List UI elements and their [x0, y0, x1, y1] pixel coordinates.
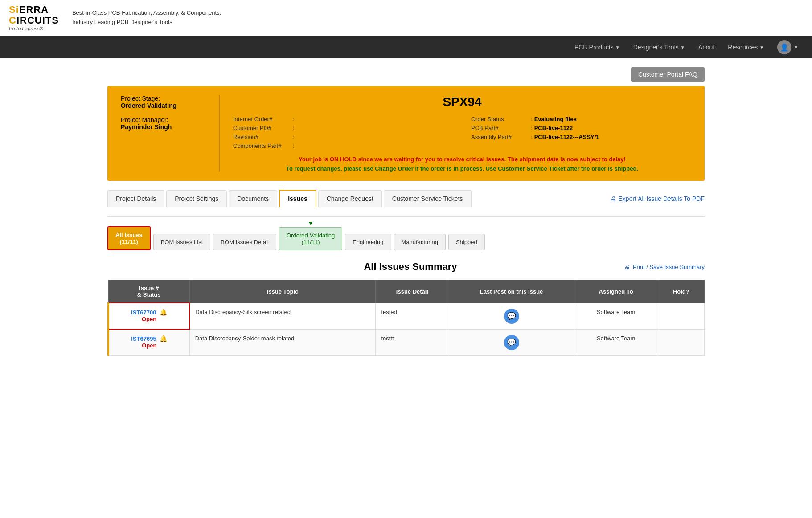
- issue-id-cell-1: IST67700 🔔 Open: [108, 303, 189, 329]
- field-components-part: Components Part# :: [233, 143, 453, 149]
- nav-resources[interactable]: Resources ▼: [728, 44, 764, 51]
- nav-bar: PCB Products ▼ Designer's Tools ▼ About …: [0, 36, 812, 58]
- chevron-down-icon: ▼: [681, 45, 685, 50]
- project-banner: Project Stage: Ordered-Validating Projec…: [107, 86, 705, 181]
- sub-tab-manufacturing[interactable]: Manufacturing: [394, 234, 446, 250]
- field-customer-po: Customer PO# :: [233, 125, 453, 131]
- printer-icon: 🖨: [624, 264, 630, 270]
- chevron-down-icon: ▼: [759, 45, 764, 50]
- issue-status-1: Open: [115, 316, 184, 322]
- last-post-1: 💬: [449, 303, 574, 329]
- nav-pcb-products[interactable]: PCB Products ▼: [574, 44, 620, 51]
- last-post-2: 💬: [449, 329, 574, 355]
- sub-tab-bom-issues-detail[interactable]: BOM Issues Detail: [213, 234, 276, 250]
- tab-customer-service-tickets[interactable]: Customer Service Tickets: [384, 190, 472, 207]
- issue-id-cell-2: IST67695 🔔 Open: [108, 329, 189, 355]
- issue-detail-1: tested: [376, 303, 449, 329]
- issue-topic-2: Data Discrepancy-Solder mask related: [189, 329, 376, 355]
- issue-status-2: Open: [115, 342, 184, 349]
- banner-left: Project Stage: Ordered-Validating Projec…: [121, 95, 219, 131]
- tab-issues[interactable]: Issues: [279, 190, 316, 208]
- col-issue-topic: Issue Topic: [189, 280, 376, 303]
- top-header: SiERRACIRCUITS Proto Express® Best-in-Cl…: [0, 0, 812, 36]
- tagline: Best-in-Class PCB Fabrication, Assembly,…: [72, 8, 221, 27]
- col-issue-detail: Issue Detail: [376, 280, 449, 303]
- banner-fields: Internet Order# : Order Status : Evaluat…: [233, 116, 691, 149]
- section-title: All Issues Summary: [197, 261, 624, 273]
- field-order-status: Order Status : Evaluating files: [471, 116, 691, 122]
- sub-tab-engineering[interactable]: Engineering: [345, 234, 391, 250]
- user-avatar[interactable]: 👤: [777, 40, 791, 54]
- sub-tab-shipped[interactable]: Shipped: [448, 234, 485, 250]
- field-internet-order: Internet Order# :: [233, 116, 453, 122]
- main-tabs-container: Project Details Project Settings Documen…: [107, 190, 705, 216]
- main-content: Customer Portal FAQ Project Stage: Order…: [94, 58, 718, 365]
- printer-icon: 🖨: [610, 195, 616, 202]
- alert-change: To request changes, please use Change Or…: [233, 165, 691, 172]
- tab-documents[interactable]: Documents: [229, 190, 277, 207]
- nav-designers-tools[interactable]: Designer's Tools ▼: [633, 44, 685, 51]
- tab-project-details[interactable]: Project Details: [107, 190, 164, 207]
- alert-hold: Your job is ON HOLD since we are waiting…: [233, 156, 691, 163]
- comment-icon-1[interactable]: 💬: [504, 309, 519, 324]
- bell-icon: 🔔: [160, 335, 167, 342]
- faq-button[interactable]: Customer Portal FAQ: [631, 67, 705, 82]
- issue-detail-2: testtt: [376, 329, 449, 355]
- field-pcb-part: PCB Part# : PCB-live-1122: [471, 125, 691, 131]
- hold-2: [658, 329, 704, 355]
- col-hold: Hold?: [658, 280, 704, 303]
- hold-1: [658, 303, 704, 329]
- sub-tabs-row: All Issues (11/11) BOM Issues List BOM I…: [107, 226, 705, 250]
- col-assigned-to: Assigned To: [574, 280, 658, 303]
- comment-icon-2[interactable]: 💬: [504, 335, 519, 350]
- issue-id-link-2[interactable]: IST67695: [131, 335, 156, 342]
- logo-sub: Proto Express®: [9, 26, 59, 31]
- section-title-row: All Issues Summary 🖨 Print / Save Issue …: [107, 261, 705, 273]
- sub-tab-all-issues[interactable]: All Issues (11/11): [107, 226, 151, 250]
- banner-center: SPX94 Internet Order# : Order Status : E…: [219, 95, 691, 172]
- bell-icon: 🔔: [160, 309, 167, 316]
- faq-row: Customer Portal FAQ: [107, 67, 705, 82]
- export-pdf-link[interactable]: 🖨 Export All Issue Details To PDF: [610, 195, 705, 202]
- issue-topic-1: Data Discrepancy-Silk screen related: [189, 303, 376, 329]
- banner-top: Project Stage: Ordered-Validating Projec…: [121, 95, 691, 172]
- tab-project-settings[interactable]: Project Settings: [166, 190, 227, 207]
- table-row: IST67700 🔔 Open Data Discrepancy-Silk sc…: [108, 303, 705, 329]
- assigned-to-1: Software Team: [574, 303, 658, 329]
- banner-alerts: Your job is ON HOLD since we are waiting…: [233, 156, 691, 172]
- issue-id-link-1[interactable]: IST67700: [131, 309, 156, 316]
- col-issue-number: Issue #& Status: [108, 280, 189, 303]
- field-revision: Revision# :: [233, 134, 453, 140]
- assigned-to-2: Software Team: [574, 329, 658, 355]
- sub-tab-ordered-validating[interactable]: Ordered-Validating (11/11): [279, 227, 342, 250]
- col-last-post: Last Post on this Issue: [449, 280, 574, 303]
- field-assembly-part: Assembly Part# : PCB-live-1122---ASSY/1: [471, 134, 691, 140]
- sub-tab-bom-issues-list[interactable]: BOM Issues List: [153, 234, 211, 250]
- issues-table: Issue #& Status Issue Topic Issue Detail…: [107, 280, 705, 356]
- tab-change-request[interactable]: Change Request: [318, 190, 382, 207]
- user-dropdown-arrow[interactable]: ▼: [793, 44, 799, 50]
- chevron-down-icon: ▼: [615, 45, 620, 50]
- main-tabs: Project Details Project Settings Documen…: [107, 190, 705, 208]
- print-save-link[interactable]: 🖨 Print / Save Issue Summary: [624, 264, 705, 270]
- project-title: SPX94: [233, 95, 691, 109]
- table-row: IST67695 🔔 Open Data Discrepancy-Solder …: [108, 329, 705, 355]
- tab-underline: [107, 216, 705, 217]
- nav-about[interactable]: About: [698, 44, 715, 51]
- logo-text: SiERRACIRCUITS: [9, 4, 59, 26]
- logo-area: SiERRACIRCUITS Proto Express®: [9, 4, 59, 31]
